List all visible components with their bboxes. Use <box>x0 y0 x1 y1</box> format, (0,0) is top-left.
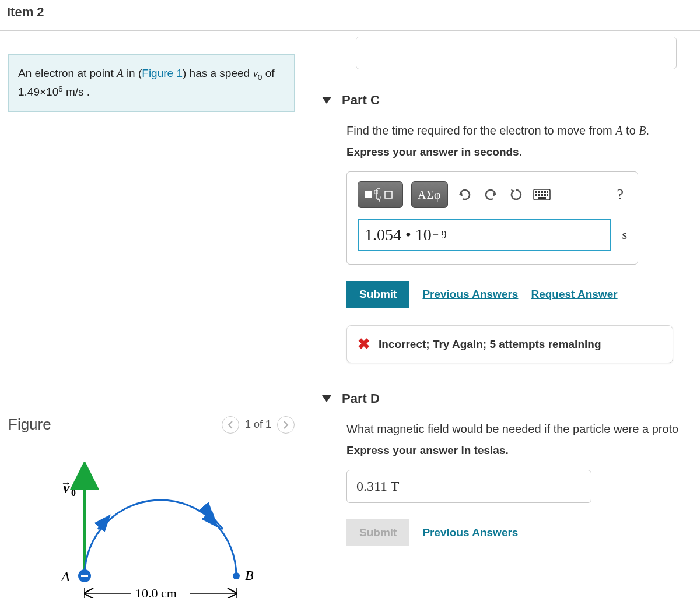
figure-heading: Figure <box>8 416 51 434</box>
svg-text:→: → <box>61 477 71 489</box>
reset-icon[interactable] <box>508 186 525 203</box>
part-d-header[interactable]: Part D <box>303 363 700 417</box>
svg-text:0: 0 <box>71 488 76 498</box>
svg-rect-30 <box>544 194 546 196</box>
svg-point-6 <box>233 572 240 579</box>
answer-entry-frame: □ √ ΑΣφ <box>346 171 638 265</box>
request-answer-link[interactable]: Request Answer <box>531 288 617 301</box>
svg-rect-5 <box>81 575 88 577</box>
svg-rect-24 <box>541 191 543 193</box>
unit-label: s <box>622 227 627 242</box>
previous-answers-link[interactable]: Previous Answers <box>422 526 518 539</box>
incorrect-icon: ✖ <box>358 335 370 353</box>
problem-statement: An electron at point A in (Figure 1) has… <box>8 54 295 112</box>
svg-rect-32 <box>538 197 546 199</box>
item-title: Item 2 <box>0 0 700 30</box>
greek-symbols-button[interactable]: ΑΣφ <box>411 181 448 208</box>
svg-rect-28 <box>538 194 540 196</box>
part-d-title: Part D <box>342 391 380 406</box>
svg-rect-23 <box>538 191 540 193</box>
answer-input[interactable]: 1.054 • 10− 9 <box>358 219 611 251</box>
figure-prev-button[interactable] <box>222 416 239 434</box>
svg-rect-22 <box>536 191 537 193</box>
svg-rect-20 <box>385 191 392 198</box>
svg-rect-29 <box>541 194 543 196</box>
svg-rect-17 <box>365 191 372 198</box>
part-c-question: Find the time required for the electron … <box>346 124 700 138</box>
svg-text:10.0 cm: 10.0 cm <box>135 586 177 598</box>
svg-rect-26 <box>547 191 548 193</box>
svg-text:B: B <box>245 568 254 583</box>
figure-diagram: v → 0 A B 10.0 cm <box>29 462 262 598</box>
submit-button-disabled: Submit <box>346 519 410 546</box>
caret-down-icon <box>322 97 331 104</box>
part-c-title: Part C <box>342 93 380 108</box>
figure-next-button[interactable] <box>277 416 295 434</box>
figure-page-label: 1 of 1 <box>245 418 271 431</box>
previous-part-status-box <box>356 37 677 69</box>
templates-button[interactable]: □ √ <box>358 181 403 208</box>
figure-nav: 1 of 1 <box>222 416 295 434</box>
svg-text:√: √ <box>377 195 382 203</box>
svg-rect-31 <box>547 194 548 196</box>
svg-rect-25 <box>544 191 546 193</box>
keyboard-icon[interactable] <box>533 186 551 203</box>
previous-answers-link[interactable]: Previous Answers <box>422 288 518 301</box>
feedback-text: Incorrect; Try Again; 5 attempts remaini… <box>379 338 601 351</box>
svg-rect-27 <box>536 194 537 196</box>
help-button[interactable]: ? <box>613 186 627 203</box>
part-d-instruction: Express your answer in teslas. <box>346 444 700 457</box>
feedback-box: ✖ Incorrect; Try Again; 5 attempts remai… <box>346 325 673 363</box>
submit-button[interactable]: Submit <box>346 281 410 308</box>
undo-icon[interactable] <box>456 186 474 203</box>
redo-icon[interactable] <box>482 186 499 203</box>
part-d-answer-display: 0.311 T <box>346 470 592 503</box>
figure-link[interactable]: Figure 1 <box>142 67 183 79</box>
part-c-header[interactable]: Part C <box>303 69 700 118</box>
part-c-instruction: Express your answer in seconds. <box>346 146 700 159</box>
part-d-question: What magnetic field would be needed if t… <box>346 423 700 436</box>
caret-down-icon <box>322 395 331 402</box>
svg-text:A: A <box>60 569 70 584</box>
